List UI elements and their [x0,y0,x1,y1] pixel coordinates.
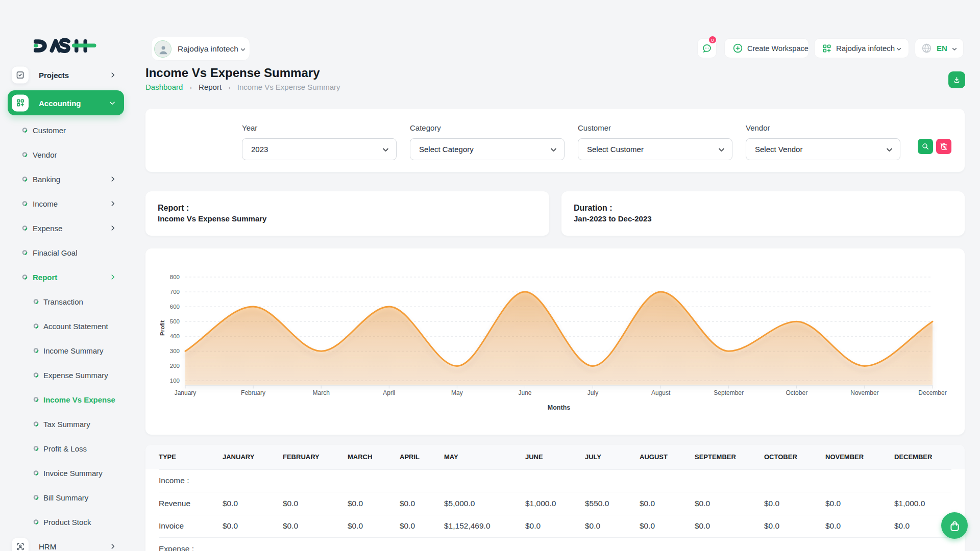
svg-text:January: January [175,389,197,396]
svg-text:700: 700 [170,289,180,295]
svg-text:Months: Months [548,404,570,411]
svg-text:May: May [451,389,463,396]
svg-text:July: July [587,389,598,396]
svg-text:200: 200 [170,363,180,369]
svg-text:October: October [786,389,807,396]
svg-text:100: 100 [170,378,180,384]
svg-text:September: September [714,389,744,396]
svg-text:800: 800 [170,274,180,280]
svg-text:June: June [518,389,531,396]
svg-text:November: November [850,389,878,396]
svg-text:600: 600 [170,304,180,310]
svg-text:December: December [918,389,946,396]
svg-text:March: March [313,389,330,396]
svg-text:February: February [241,389,265,396]
svg-text:300: 300 [170,348,180,354]
svg-text:500: 500 [170,318,180,324]
svg-text:August: August [651,389,671,396]
svg-text:April: April [383,389,395,396]
svg-text:400: 400 [170,333,180,339]
svg-text:Profit: Profit [159,320,165,336]
